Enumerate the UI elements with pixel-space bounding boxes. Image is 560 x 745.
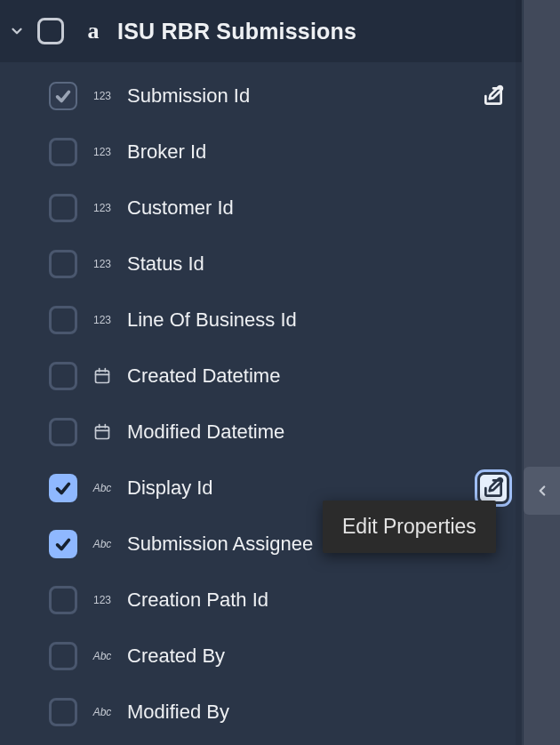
tooltip-edit-properties: Edit Properties [323,501,496,553]
type-text-icon: Abc [90,538,115,550]
field-checkbox[interactable] [49,194,77,222]
field-row-status-id[interactable]: 123Status Id [0,236,522,292]
type-number-icon: 123 [90,258,115,270]
field-list: 123Submission Id123Broker Id123Customer … [0,62,522,740]
field-checkbox[interactable] [49,418,77,446]
type-number-icon: 123 [90,594,115,606]
field-checkbox[interactable] [49,586,77,614]
fields-panel: a ISU RBR Submissions 123Submission Id12… [0,0,523,745]
select-all-checkbox[interactable] [37,18,64,44]
scrollbar[interactable] [516,0,523,745]
field-row-line-of-business-id[interactable]: 123Line Of Business Id [0,292,522,348]
field-checkbox[interactable] [49,362,77,390]
right-gutter [524,0,560,745]
field-label: Display Id [127,477,465,500]
type-number-icon: 123 [90,202,115,214]
field-checkbox[interactable] [49,250,77,278]
field-label: Submission Id [127,84,465,108]
field-label: Modified Datetime [127,421,509,444]
field-label: Created Datetime [127,364,509,388]
field-row-broker-id[interactable]: 123Broker Id [0,124,522,180]
chevron-down-icon[interactable] [9,23,25,39]
field-row-created-by[interactable]: AbcCreated By [0,628,522,684]
field-label: Creation Path Id [127,589,509,612]
svg-rect-4 [96,427,109,438]
type-number-icon: 123 [90,90,115,102]
field-label: Line Of Business Id [127,308,509,332]
field-label: Status Id [127,252,509,276]
type-number-icon: 123 [90,314,115,326]
type-text-icon: Abc [90,706,115,718]
field-checkbox[interactable] [49,698,77,726]
field-checkbox[interactable] [49,474,77,502]
field-checkbox[interactable] [49,306,77,334]
field-row-modified-datetime[interactable]: Modified Datetime [0,404,522,460]
field-row-creation-path-id[interactable]: 123Creation Path Id [0,572,522,628]
field-row-customer-id[interactable]: 123Customer Id [0,180,522,236]
field-label: Created By [127,645,509,668]
table-icon: a [82,20,105,43]
calendar-icon [93,367,111,385]
field-row-submission-id[interactable]: 123Submission Id [0,68,522,124]
field-checkbox[interactable] [49,138,77,166]
svg-rect-0 [96,371,109,382]
collapse-panel-tab[interactable] [524,467,560,515]
table-header: a ISU RBR Submissions [0,0,522,62]
table-title: ISU RBR Submissions [117,19,356,44]
field-label: Customer Id [127,196,509,220]
field-row-created-datetime[interactable]: Created Datetime [0,348,522,404]
type-number-icon: 123 [90,146,115,158]
field-label: Broker Id [127,140,509,164]
field-label: Modified By [127,701,509,724]
field-checkbox[interactable] [49,642,77,670]
edit-properties-button[interactable] [477,80,509,112]
field-checkbox[interactable] [49,530,77,558]
edit-properties-button[interactable] [477,472,509,504]
calendar-icon [93,423,111,441]
field-checkbox[interactable] [49,82,77,110]
type-text-icon: Abc [90,482,115,494]
field-row-modified-by[interactable]: AbcModified By [0,684,522,740]
type-text-icon: Abc [90,650,115,662]
